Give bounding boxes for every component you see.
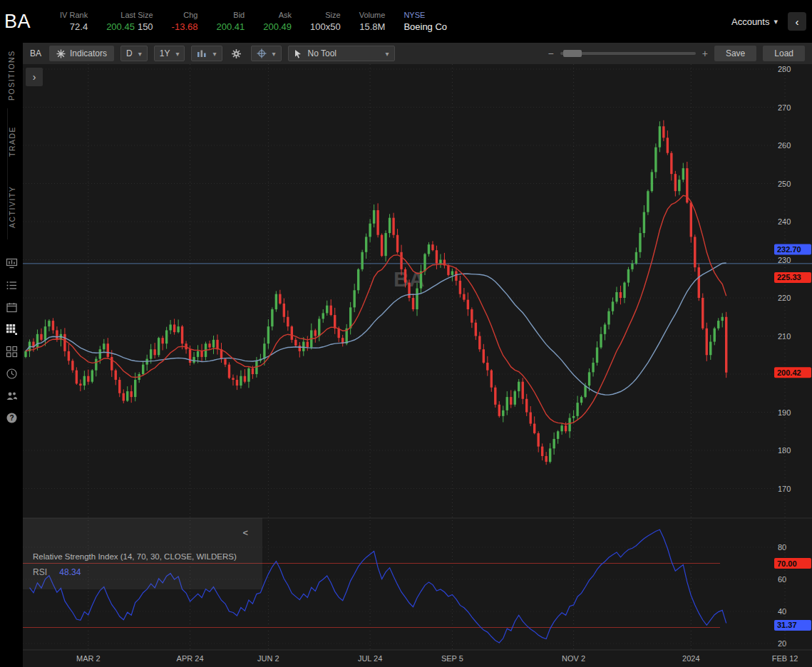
svg-text:JUL 24: JUL 24 — [358, 654, 382, 663]
indicators-button[interactable]: Indicators — [49, 46, 114, 61]
chevron-down-icon: ▾ — [272, 50, 276, 58]
monitor-chart-icon[interactable] — [5, 257, 18, 269]
sidebar-tab-activity[interactable]: ACTIVITY — [7, 174, 16, 239]
ma-slow-line — [26, 263, 726, 395]
crosshair-dropdown[interactable]: ▾ — [251, 46, 282, 61]
chevron-down-icon: ▾ — [138, 50, 142, 58]
svg-text:80: 80 — [778, 543, 786, 552]
rsi-study-title: Relative Strength Index (14, 70, 30, CLO… — [23, 518, 262, 561]
rsi-value: 48.34 — [59, 567, 81, 577]
exchange-company: NYSE Boeing Co — [404, 11, 447, 32]
rsi-label: RSI — [33, 567, 47, 577]
field-size: Size 100x50 — [310, 11, 341, 32]
chart-region: 2802702602502402302202102001901801708060… — [23, 64, 812, 667]
zoom-slider[interactable] — [560, 52, 696, 55]
sidebar-tab-trade[interactable]: TRADE — [7, 108, 16, 174]
svg-text:180: 180 — [778, 446, 791, 455]
sidebar-tab-positions[interactable]: POSITIONS — [7, 43, 16, 108]
chevron-down-icon: ▾ — [175, 50, 179, 58]
chart-type-icon — [197, 49, 207, 58]
field-ask: Ask 200.49 — [263, 11, 292, 32]
zoom-slider-handle[interactable] — [563, 50, 582, 57]
svg-text:31.37: 31.37 — [777, 621, 797, 629]
chevron-down-icon: ▾ — [386, 50, 389, 58]
symbol-title: BA — [4, 11, 60, 33]
svg-text:240: 240 — [778, 217, 791, 226]
candles — [24, 120, 727, 465]
svg-text:SEP 5: SEP 5 — [441, 654, 463, 663]
svg-text:APR 24: APR 24 — [177, 654, 204, 663]
crosshair-icon — [257, 48, 267, 58]
field-bid: Bid 200.41 — [216, 11, 245, 32]
svg-text:270: 270 — [778, 103, 791, 112]
svg-text:210: 210 — [778, 332, 791, 341]
gear-icon — [231, 48, 242, 59]
svg-text:280: 280 — [778, 65, 791, 73]
zoom-out-button[interactable]: − — [548, 48, 554, 59]
collapse-legend-button[interactable]: < — [238, 527, 252, 539]
header: BA IV Rank 72.4 Last Size 200.45150 Chg … — [0, 0, 812, 43]
chart-toolbar: BA Indicators D ▾ 1Y ▾ — [23, 43, 812, 64]
field-chg: Chg -13.68 — [172, 11, 198, 32]
quote-fields: IV Rank 72.4 Last Size 200.45150 Chg -13… — [60, 11, 385, 32]
expand-panel-button[interactable]: › — [26, 68, 43, 86]
zoom-in-button[interactable]: + — [702, 48, 708, 59]
svg-text:JUN 2: JUN 2 — [257, 654, 279, 663]
svg-text:2024: 2024 — [682, 654, 699, 663]
toolbar-symbol: BA — [30, 48, 41, 58]
rsi-legend: < Relative Strength Index (14, 70, 30, C… — [23, 518, 262, 589]
company-name: Boeing Co — [404, 21, 447, 32]
exchange-label: NYSE — [404, 11, 447, 19]
sidebar: POSITIONS TRADE ACTIVITY — [0, 43, 23, 667]
price-tag-232.70: 232.70 — [774, 244, 811, 255]
timeframe-dropdown[interactable]: D ▾ — [120, 46, 148, 61]
grid-chart-icon[interactable] — [5, 323, 18, 336]
price-tag-200.42: 200.42 — [774, 367, 811, 378]
load-button[interactable]: Load — [763, 46, 805, 61]
cursor-icon — [294, 49, 302, 58]
save-button[interactable]: Save — [714, 46, 756, 61]
svg-text:FEB 12: FEB 12 — [772, 654, 798, 663]
squares-icon[interactable] — [5, 345, 18, 358]
price-tag-225.33: 225.33 — [774, 272, 811, 283]
svg-text:232.70: 232.70 — [777, 245, 801, 254]
svg-text:NOV 2: NOV 2 — [562, 654, 585, 663]
chevron-left-icon: ‹ — [796, 16, 799, 28]
accounts-menu[interactable]: Accounts ▾ — [731, 16, 778, 27]
rsi-current-tag: 31.37 — [774, 620, 811, 631]
svg-text:225.33: 225.33 — [777, 273, 801, 281]
tool-dropdown[interactable]: No Tool ▾ — [288, 46, 395, 61]
svg-text:260: 260 — [778, 141, 791, 150]
list-icon[interactable] — [5, 279, 18, 291]
collapse-panel-button[interactable]: ‹ — [788, 12, 806, 31]
field-iv-rank: IV Rank 72.4 — [60, 11, 88, 32]
svg-text:190: 190 — [778, 408, 791, 417]
svg-text:230: 230 — [778, 256, 791, 264]
calendar-icon[interactable] — [5, 301, 18, 314]
svg-text:60: 60 — [778, 575, 786, 584]
indicator-star-icon — [56, 49, 66, 58]
ma-fast-line — [26, 195, 726, 424]
rsi-overbought-tag: 70.00 — [774, 558, 811, 569]
svg-text:MAR 2: MAR 2 — [76, 654, 101, 663]
trading-app: BA IV Rank 72.4 Last Size 200.45150 Chg … — [0, 0, 812, 667]
chevron-down-icon: ▾ — [212, 50, 216, 58]
svg-text:?: ? — [9, 414, 14, 422]
svg-text:20: 20 — [778, 639, 786, 648]
history-icon[interactable] — [5, 367, 18, 380]
svg-text:170: 170 — [778, 485, 791, 493]
svg-text:40: 40 — [778, 607, 786, 616]
people-icon[interactable] — [5, 389, 18, 402]
help-icon[interactable]: ? — [5, 411, 18, 424]
svg-text:220: 220 — [778, 294, 791, 302]
svg-text:70.00: 70.00 — [777, 559, 797, 568]
chart-settings-button[interactable] — [229, 46, 245, 61]
field-last-size: Last Size 200.45150 — [106, 11, 153, 32]
sidebar-icons: ? — [5, 257, 18, 424]
svg-text:250: 250 — [778, 180, 791, 188]
svg-text:200.42: 200.42 — [777, 368, 801, 377]
chart-type-dropdown[interactable]: ▾ — [191, 46, 222, 61]
chevron-down-icon: ▾ — [774, 17, 778, 26]
range-dropdown[interactable]: 1Y ▾ — [154, 46, 185, 61]
field-volume: Volume 15.8M — [359, 11, 386, 32]
